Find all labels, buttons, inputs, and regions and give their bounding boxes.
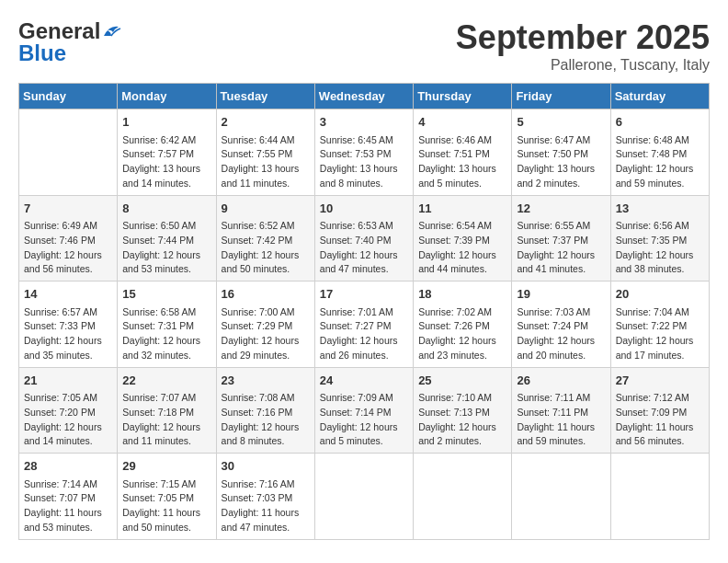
day-number: 27	[616, 372, 704, 390]
day-number: 1	[122, 113, 210, 132]
calendar-cell: 4Sunrise: 6:46 AM Sunset: 7:51 PM Daylig…	[414, 109, 512, 196]
day-content: Sunrise: 6:49 AM Sunset: 7:46 PM Dayligh…	[24, 219, 112, 277]
calendar-week-row: 28Sunrise: 7:14 AM Sunset: 7:07 PM Dayli…	[19, 454, 710, 540]
calendar-cell: 2Sunrise: 6:44 AM Sunset: 7:55 PM Daylig…	[216, 109, 314, 196]
day-content: Sunrise: 7:04 AM Sunset: 7:22 PM Dayligh…	[616, 305, 704, 363]
calendar-cell	[19, 109, 118, 196]
day-number: 12	[517, 200, 605, 218]
calendar-cell: 15Sunrise: 6:58 AM Sunset: 7:31 PM Dayli…	[118, 282, 216, 368]
day-content: Sunrise: 6:50 AM Sunset: 7:44 PM Dayligh…	[122, 219, 210, 277]
day-content: Sunrise: 7:11 AM Sunset: 7:11 PM Dayligh…	[517, 391, 605, 449]
calendar-cell: 19Sunrise: 7:03 AM Sunset: 7:24 PM Dayli…	[512, 282, 610, 368]
calendar-cell: 18Sunrise: 7:02 AM Sunset: 7:26 PM Dayli…	[414, 282, 512, 368]
weekday-header-thursday: Thursday	[414, 84, 512, 109]
day-content: Sunrise: 7:00 AM Sunset: 7:29 PM Dayligh…	[222, 305, 310, 363]
calendar-cell: 16Sunrise: 7:00 AM Sunset: 7:29 PM Dayli…	[216, 282, 314, 368]
month-title: September 2025	[456, 18, 710, 57]
day-content: Sunrise: 6:44 AM Sunset: 7:55 PM Dayligh…	[222, 133, 310, 191]
day-content: Sunrise: 6:55 AM Sunset: 7:37 PM Dayligh…	[517, 219, 605, 277]
day-number: 28	[24, 457, 112, 476]
day-content: Sunrise: 6:47 AM Sunset: 7:50 PM Dayligh…	[517, 133, 605, 191]
logo-bird-icon	[102, 23, 122, 40]
calendar-cell: 25Sunrise: 7:10 AM Sunset: 7:13 PM Dayli…	[414, 367, 512, 454]
day-number: 22	[122, 372, 210, 390]
day-content: Sunrise: 6:52 AM Sunset: 7:42 PM Dayligh…	[222, 219, 310, 277]
calendar-cell: 10Sunrise: 6:53 AM Sunset: 7:40 PM Dayli…	[314, 195, 413, 282]
day-number: 5	[517, 113, 605, 132]
calendar-cell: 8Sunrise: 6:50 AM Sunset: 7:44 PM Daylig…	[118, 195, 216, 282]
day-content: Sunrise: 7:03 AM Sunset: 7:24 PM Dayligh…	[517, 305, 605, 363]
day-content: Sunrise: 7:16 AM Sunset: 7:03 PM Dayligh…	[222, 477, 310, 535]
day-number: 24	[320, 372, 408, 390]
page-header: General Blue September 2025 Pallerone, T…	[18, 18, 710, 74]
day-content: Sunrise: 7:10 AM Sunset: 7:13 PM Dayligh…	[418, 391, 506, 449]
day-number: 29	[122, 457, 210, 476]
calendar-cell: 20Sunrise: 7:04 AM Sunset: 7:22 PM Dayli…	[610, 282, 709, 368]
day-content: Sunrise: 7:01 AM Sunset: 7:27 PM Dayligh…	[320, 305, 408, 363]
calendar-week-row: 1Sunrise: 6:42 AM Sunset: 7:57 PM Daylig…	[19, 109, 710, 196]
day-content: Sunrise: 6:54 AM Sunset: 7:39 PM Dayligh…	[418, 219, 506, 277]
day-content: Sunrise: 7:07 AM Sunset: 7:18 PM Dayligh…	[122, 391, 210, 449]
calendar-cell: 23Sunrise: 7:08 AM Sunset: 7:16 PM Dayli…	[216, 367, 314, 454]
day-number: 9	[222, 200, 310, 218]
calendar-cell: 22Sunrise: 7:07 AM Sunset: 7:18 PM Dayli…	[118, 367, 216, 454]
title-block: September 2025 Pallerone, Tuscany, Italy	[456, 18, 710, 74]
calendar-week-row: 21Sunrise: 7:05 AM Sunset: 7:20 PM Dayli…	[19, 367, 710, 454]
weekday-header-tuesday: Tuesday	[216, 84, 314, 109]
day-number: 15	[122, 285, 210, 304]
day-number: 18	[418, 285, 506, 304]
calendar-cell: 6Sunrise: 6:48 AM Sunset: 7:48 PM Daylig…	[610, 109, 709, 196]
calendar-cell: 9Sunrise: 6:52 AM Sunset: 7:42 PM Daylig…	[216, 195, 314, 282]
day-content: Sunrise: 7:14 AM Sunset: 7:07 PM Dayligh…	[24, 477, 112, 535]
calendar-cell: 28Sunrise: 7:14 AM Sunset: 7:07 PM Dayli…	[19, 454, 118, 540]
calendar-cell: 14Sunrise: 6:57 AM Sunset: 7:33 PM Dayli…	[19, 282, 118, 368]
day-number: 19	[517, 285, 605, 304]
day-content: Sunrise: 7:02 AM Sunset: 7:26 PM Dayligh…	[418, 305, 506, 363]
day-content: Sunrise: 7:05 AM Sunset: 7:20 PM Dayligh…	[24, 391, 112, 449]
day-content: Sunrise: 6:56 AM Sunset: 7:35 PM Dayligh…	[616, 219, 704, 277]
day-content: Sunrise: 7:12 AM Sunset: 7:09 PM Dayligh…	[616, 391, 704, 449]
day-number: 3	[320, 113, 408, 132]
day-content: Sunrise: 6:45 AM Sunset: 7:53 PM Dayligh…	[320, 133, 408, 191]
calendar-cell: 21Sunrise: 7:05 AM Sunset: 7:20 PM Dayli…	[19, 367, 118, 454]
day-number: 20	[616, 285, 704, 304]
weekday-header-wednesday: Wednesday	[314, 84, 413, 109]
logo-blue: Blue	[18, 40, 66, 66]
calendar-cell: 3Sunrise: 6:45 AM Sunset: 7:53 PM Daylig…	[314, 109, 413, 196]
calendar-cell: 17Sunrise: 7:01 AM Sunset: 7:27 PM Dayli…	[314, 282, 413, 368]
calendar-cell: 27Sunrise: 7:12 AM Sunset: 7:09 PM Dayli…	[610, 367, 709, 454]
day-number: 25	[418, 372, 506, 390]
day-content: Sunrise: 7:09 AM Sunset: 7:14 PM Dayligh…	[320, 391, 408, 449]
weekday-header-saturday: Saturday	[610, 84, 709, 109]
day-number: 16	[222, 285, 310, 304]
logo: General Blue	[18, 18, 122, 66]
day-content: Sunrise: 6:53 AM Sunset: 7:40 PM Dayligh…	[320, 219, 408, 277]
calendar-cell: 7Sunrise: 6:49 AM Sunset: 7:46 PM Daylig…	[19, 195, 118, 282]
calendar-week-row: 14Sunrise: 6:57 AM Sunset: 7:33 PM Dayli…	[19, 282, 710, 368]
day-number: 14	[24, 285, 112, 304]
calendar-cell: 12Sunrise: 6:55 AM Sunset: 7:37 PM Dayli…	[512, 195, 610, 282]
day-number: 23	[222, 372, 310, 390]
calendar-cell: 13Sunrise: 6:56 AM Sunset: 7:35 PM Dayli…	[610, 195, 709, 282]
day-number: 11	[418, 200, 506, 218]
weekday-header-sunday: Sunday	[19, 84, 118, 109]
weekday-header-monday: Monday	[118, 84, 216, 109]
day-content: Sunrise: 6:48 AM Sunset: 7:48 PM Dayligh…	[616, 133, 704, 191]
day-number: 13	[616, 200, 704, 218]
calendar-cell	[414, 454, 512, 540]
calendar-cell: 26Sunrise: 7:11 AM Sunset: 7:11 PM Dayli…	[512, 367, 610, 454]
calendar-cell: 11Sunrise: 6:54 AM Sunset: 7:39 PM Dayli…	[414, 195, 512, 282]
day-number: 6	[616, 113, 704, 132]
calendar-cell	[610, 454, 709, 540]
calendar-cell: 30Sunrise: 7:16 AM Sunset: 7:03 PM Dayli…	[216, 454, 314, 540]
location-subtitle: Pallerone, Tuscany, Italy	[456, 57, 710, 74]
day-content: Sunrise: 6:57 AM Sunset: 7:33 PM Dayligh…	[24, 305, 112, 363]
calendar-cell: 24Sunrise: 7:09 AM Sunset: 7:14 PM Dayli…	[314, 367, 413, 454]
day-content: Sunrise: 6:46 AM Sunset: 7:51 PM Dayligh…	[418, 133, 506, 191]
day-number: 7	[24, 200, 112, 218]
day-number: 30	[222, 457, 310, 476]
day-number: 8	[122, 200, 210, 218]
day-content: Sunrise: 6:58 AM Sunset: 7:31 PM Dayligh…	[122, 305, 210, 363]
calendar-cell	[512, 454, 610, 540]
calendar-cell: 1Sunrise: 6:42 AM Sunset: 7:57 PM Daylig…	[118, 109, 216, 196]
